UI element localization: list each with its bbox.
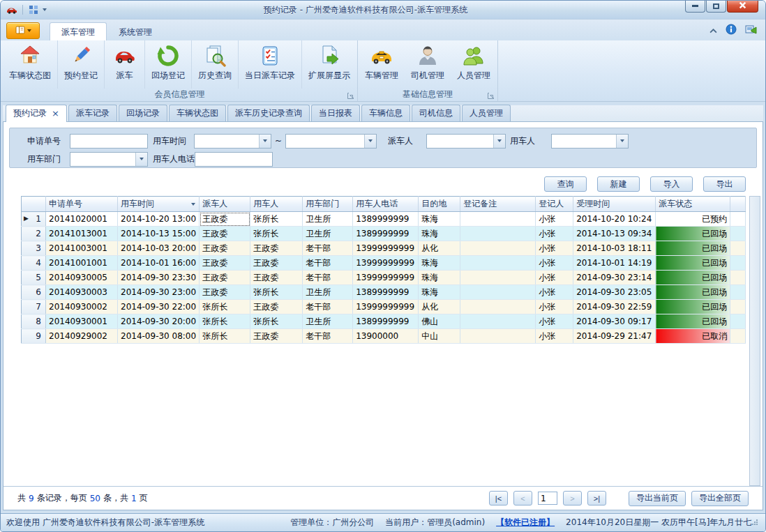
- table-cell[interactable]: 2014-09-30 22:00: [118, 300, 200, 314]
- table-cell[interactable]: [460, 314, 536, 329]
- table-cell[interactable]: 王政委: [250, 300, 303, 314]
- car-user-select[interactable]: [551, 134, 629, 149]
- next-page-button[interactable]: >: [563, 491, 582, 506]
- column-header[interactable]: 目的地: [419, 197, 460, 212]
- column-header[interactable]: 用车人: [250, 197, 303, 212]
- table-row[interactable]: ▶1201410200012014-10-20 13:00王政委张所长卫生所13…: [22, 212, 746, 227]
- table-cell[interactable]: 珠海: [419, 271, 460, 285]
- close-button[interactable]: [727, 0, 758, 13]
- row-selector-cell[interactable]: 9: [22, 329, 46, 344]
- table-row[interactable]: 6201409300032014-09-30 23:00王政委张所长卫生所138…: [22, 285, 746, 300]
- reservation-register-button[interactable]: 预约登记: [57, 40, 104, 89]
- ribbon-tab-2[interactable]: 系统管理: [107, 22, 164, 40]
- table-cell[interactable]: 珠海: [419, 285, 460, 300]
- table-cell[interactable]: 2014-10-03 18:11: [573, 241, 656, 256]
- chevron-down-icon[interactable]: [364, 135, 376, 148]
- status-cell[interactable]: 已回场: [656, 271, 730, 285]
- table-cell[interactable]: 张所长: [200, 314, 250, 329]
- table-cell[interactable]: 王政委: [200, 212, 250, 227]
- table-cell[interactable]: 小张: [536, 314, 573, 329]
- vehicle-management-button[interactable]: 车辆管理: [359, 40, 405, 89]
- table-cell[interactable]: 2014-09-30 08:00: [118, 329, 200, 344]
- chevron-down-icon[interactable]: [135, 153, 147, 166]
- skin-icon[interactable]: [745, 24, 757, 37]
- row-selector-cell[interactable]: 8: [22, 314, 46, 329]
- dispatch-button[interactable]: 派车: [104, 40, 144, 89]
- export-all-pages-button[interactable]: 导出全部页: [691, 491, 749, 506]
- sort-filter-icon[interactable]: [191, 203, 195, 206]
- column-header[interactable]: 用车部门: [303, 197, 353, 212]
- chevron-down-icon[interactable]: [616, 135, 628, 148]
- last-page-button[interactable]: >|: [587, 491, 606, 506]
- status-cell[interactable]: 已回场: [656, 314, 730, 329]
- table-cell[interactable]: 2014-10-20 13:00: [118, 212, 200, 227]
- column-header[interactable]: 派车人: [200, 197, 250, 212]
- import-button[interactable]: 导入: [650, 176, 693, 192]
- status-cell[interactable]: 已取消: [656, 329, 730, 344]
- table-cell[interactable]: 13999999999: [353, 256, 419, 271]
- table-cell[interactable]: 2014-10-20 10:24: [573, 212, 656, 227]
- table-cell[interactable]: 小张: [536, 227, 573, 241]
- column-header[interactable]: 派车状态: [656, 197, 730, 212]
- table-cell[interactable]: 2014-10-01 16:00: [118, 256, 200, 271]
- table-cell[interactable]: 王政委: [250, 256, 303, 271]
- table-cell[interactable]: 1389999999: [353, 285, 419, 300]
- status-cell[interactable]: 已预约: [656, 212, 730, 227]
- table-cell[interactable]: 王政委: [200, 285, 250, 300]
- row-selector-cell[interactable]: 3: [22, 241, 46, 256]
- column-header[interactable]: 申请单号: [46, 197, 118, 212]
- column-header[interactable]: 登记备注: [460, 197, 536, 212]
- doc-tab-2[interactable]: 派车记录: [68, 105, 117, 121]
- table-cell[interactable]: 2014-10-03 20:00: [118, 241, 200, 256]
- table-cell[interactable]: 20140930001: [46, 314, 118, 329]
- history-query-button[interactable]: 历史查询: [191, 40, 238, 89]
- table-cell[interactable]: 13999999999: [353, 271, 419, 285]
- dialog-launcher-icon[interactable]: [487, 92, 495, 100]
- table-cell[interactable]: 20140930005: [46, 271, 118, 285]
- table-cell[interactable]: 卫生所: [303, 285, 353, 300]
- table-cell[interactable]: 2014-09-30 23:05: [573, 285, 656, 300]
- table-cell[interactable]: 从化: [419, 300, 460, 314]
- doc-tab-4[interactable]: 车辆状态图: [169, 105, 226, 121]
- table-row[interactable]: 4201410010012014-10-01 16:00王政委王政委老干部139…: [22, 256, 746, 271]
- table-cell[interactable]: 佛山: [419, 314, 460, 329]
- table-cell[interactable]: 张所长: [250, 285, 303, 300]
- close-icon[interactable]: ×: [52, 110, 59, 117]
- table-cell[interactable]: 20140930003: [46, 285, 118, 300]
- table-cell[interactable]: 2014-10-13 15:00: [118, 227, 200, 241]
- dispatcher-select[interactable]: [426, 134, 506, 149]
- table-cell[interactable]: 小张: [536, 271, 573, 285]
- department-select[interactable]: [70, 152, 148, 167]
- table-cell[interactable]: 20141003001: [46, 241, 118, 256]
- doc-tab-5[interactable]: 派车历史记录查询: [227, 105, 310, 121]
- table-cell[interactable]: 13900000: [353, 329, 419, 344]
- table-row[interactable]: 8201409300012014-09-30 20:00张所长张所长卫生所138…: [22, 314, 746, 329]
- dialog-launcher-icon[interactable]: [347, 92, 354, 100]
- table-cell[interactable]: 老干部: [303, 329, 353, 344]
- status-cell[interactable]: 已回场: [656, 300, 730, 314]
- status-cell[interactable]: 已回场: [656, 241, 730, 256]
- table-cell[interactable]: 老干部: [303, 300, 353, 314]
- column-header[interactable]: 登记人: [536, 197, 573, 212]
- table-cell[interactable]: 珠海: [419, 227, 460, 241]
- table-cell[interactable]: 张所长: [250, 227, 303, 241]
- table-cell[interactable]: 小张: [536, 241, 573, 256]
- table-cell[interactable]: 20140929002: [46, 329, 118, 344]
- table-cell[interactable]: 2014-09-30 09:17: [573, 314, 656, 329]
- row-selector-cell[interactable]: 5: [22, 271, 46, 285]
- column-header-row-selector[interactable]: [22, 197, 46, 212]
- column-header-filler[interactable]: [730, 197, 746, 212]
- software-registered-link[interactable]: 【软件已注册】: [496, 517, 555, 529]
- previous-page-button[interactable]: <: [513, 491, 532, 506]
- table-cell[interactable]: 王政委: [250, 271, 303, 285]
- doc-tab-1[interactable]: 预约记录×: [6, 105, 67, 122]
- table-row[interactable]: 2201410130012014-10-13 15:00王政委张所长卫生所138…: [22, 227, 746, 241]
- table-cell[interactable]: 珠海: [419, 256, 460, 271]
- status-cell[interactable]: 已回场: [656, 227, 730, 241]
- table-cell[interactable]: 20141020001: [46, 212, 118, 227]
- today-dispatch-records-button[interactable]: 当日派车记录: [238, 40, 301, 89]
- table-cell[interactable]: 王政委: [250, 329, 303, 344]
- row-selector-cell[interactable]: 2: [22, 227, 46, 241]
- column-header[interactable]: 受理时间: [573, 197, 656, 212]
- column-header[interactable]: 用车时间: [118, 197, 200, 212]
